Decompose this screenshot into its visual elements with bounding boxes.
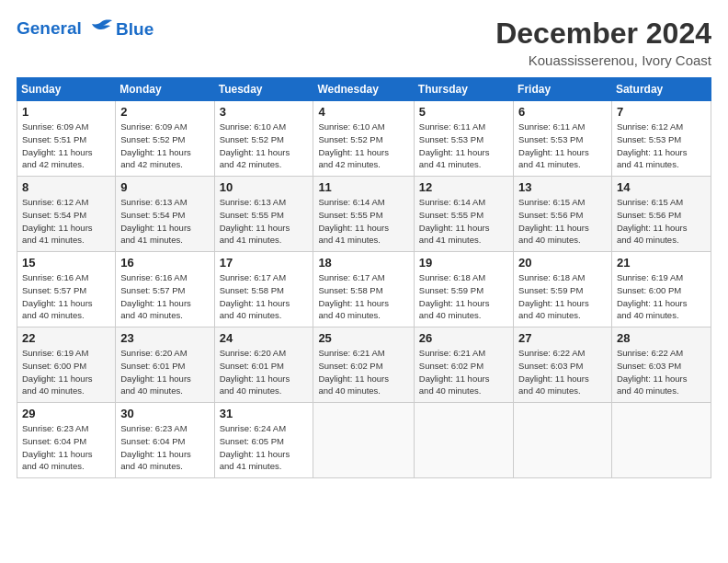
- day-info: Sunrise: 6:20 AM Sunset: 6:01 PM Dayligh…: [120, 347, 209, 397]
- day-info: Sunrise: 6:10 AM Sunset: 5:52 PM Dayligh…: [318, 121, 408, 171]
- day-number: 6: [518, 105, 607, 119]
- table-row: 13Sunrise: 6:15 AM Sunset: 5:56 PM Dayli…: [514, 177, 612, 252]
- table-row: 12Sunrise: 6:14 AM Sunset: 5:55 PM Dayli…: [414, 177, 513, 252]
- day-number: 22: [22, 331, 110, 345]
- day-number: 31: [220, 407, 309, 420]
- day-number: 3: [220, 105, 309, 119]
- col-wednesday: Wednesday: [313, 78, 414, 101]
- subtitle: Kouassisserenou, Ivory Coast: [495, 52, 711, 68]
- day-number: 14: [617, 180, 706, 194]
- title-block: December 2024 Kouassisserenou, Ivory Coa…: [495, 17, 711, 68]
- day-info: Sunrise: 6:12 AM Sunset: 5:53 PM Dayligh…: [617, 121, 706, 171]
- day-info: Sunrise: 6:23 AM Sunset: 6:04 PM Dayligh…: [22, 422, 110, 473]
- table-row: [414, 403, 513, 478]
- day-info: Sunrise: 6:18 AM Sunset: 5:59 PM Dayligh…: [518, 271, 607, 322]
- day-number: 29: [22, 407, 110, 420]
- table-row: 7Sunrise: 6:12 AM Sunset: 5:53 PM Daylig…: [611, 101, 711, 177]
- day-info: Sunrise: 6:11 AM Sunset: 5:53 PM Dayligh…: [518, 121, 607, 171]
- table-row: 18Sunrise: 6:17 AM Sunset: 5:58 PM Dayli…: [313, 252, 414, 327]
- day-info: Sunrise: 6:17 AM Sunset: 5:58 PM Dayligh…: [220, 271, 309, 322]
- table-row: 8Sunrise: 6:12 AM Sunset: 5:54 PM Daylig…: [17, 177, 116, 252]
- day-number: 13: [518, 180, 607, 194]
- day-number: 12: [419, 180, 508, 194]
- table-row: 21Sunrise: 6:19 AM Sunset: 6:00 PM Dayli…: [611, 252, 711, 327]
- day-info: Sunrise: 6:19 AM Sunset: 6:00 PM Dayligh…: [617, 271, 706, 322]
- table-row: 16Sunrise: 6:16 AM Sunset: 5:57 PM Dayli…: [116, 252, 214, 327]
- calendar-week-row: 8Sunrise: 6:12 AM Sunset: 5:54 PM Daylig…: [17, 177, 711, 252]
- main-title: December 2024: [495, 17, 711, 51]
- day-info: Sunrise: 6:15 AM Sunset: 5:56 PM Dayligh…: [617, 196, 706, 247]
- col-tuesday: Tuesday: [214, 78, 313, 101]
- day-info: Sunrise: 6:16 AM Sunset: 5:57 PM Dayligh…: [22, 271, 110, 322]
- table-row: 19Sunrise: 6:18 AM Sunset: 5:59 PM Dayli…: [414, 252, 513, 327]
- calendar-page: General Blue December 2024 Kouassisseren…: [0, 0, 728, 563]
- day-number: 15: [22, 256, 110, 270]
- day-number: 28: [617, 331, 706, 345]
- logo-general: General: [17, 18, 82, 38]
- day-number: 10: [220, 180, 309, 194]
- day-info: Sunrise: 6:10 AM Sunset: 5:52 PM Dayligh…: [220, 121, 309, 171]
- day-info: Sunrise: 6:13 AM Sunset: 5:55 PM Dayligh…: [220, 196, 309, 247]
- table-row: 9Sunrise: 6:13 AM Sunset: 5:54 PM Daylig…: [116, 177, 214, 252]
- day-number: 4: [318, 105, 408, 119]
- day-info: Sunrise: 6:20 AM Sunset: 6:01 PM Dayligh…: [220, 347, 309, 397]
- day-number: 21: [617, 256, 706, 270]
- table-row: 4Sunrise: 6:10 AM Sunset: 5:52 PM Daylig…: [313, 101, 414, 177]
- logo-blue: Blue: [116, 19, 154, 40]
- table-row: 3Sunrise: 6:10 AM Sunset: 5:52 PM Daylig…: [214, 101, 313, 177]
- day-info: Sunrise: 6:23 AM Sunset: 6:04 PM Dayligh…: [120, 422, 209, 473]
- calendar-header-row: Sunday Monday Tuesday Wednesday Thursday…: [17, 78, 711, 101]
- logo: General Blue: [17, 17, 154, 42]
- table-row: 10Sunrise: 6:13 AM Sunset: 5:55 PM Dayli…: [214, 177, 313, 252]
- day-info: Sunrise: 6:16 AM Sunset: 5:57 PM Dayligh…: [120, 271, 209, 322]
- header: General Blue December 2024 Kouassisseren…: [17, 17, 711, 68]
- table-row: 5Sunrise: 6:11 AM Sunset: 5:53 PM Daylig…: [414, 101, 513, 177]
- day-info: Sunrise: 6:09 AM Sunset: 5:52 PM Dayligh…: [120, 121, 209, 171]
- calendar-table: Sunday Monday Tuesday Wednesday Thursday…: [17, 77, 711, 478]
- day-number: 1: [22, 105, 110, 119]
- day-info: Sunrise: 6:14 AM Sunset: 5:55 PM Dayligh…: [318, 196, 408, 247]
- table-row: 20Sunrise: 6:18 AM Sunset: 5:59 PM Dayli…: [514, 252, 612, 327]
- table-row: 15Sunrise: 6:16 AM Sunset: 5:57 PM Dayli…: [17, 252, 116, 327]
- col-monday: Monday: [116, 78, 214, 101]
- table-row: 6Sunrise: 6:11 AM Sunset: 5:53 PM Daylig…: [514, 101, 612, 177]
- calendar-week-row: 1Sunrise: 6:09 AM Sunset: 5:51 PM Daylig…: [17, 101, 711, 177]
- day-number: 23: [120, 331, 209, 345]
- table-row: 11Sunrise: 6:14 AM Sunset: 5:55 PM Dayli…: [313, 177, 414, 252]
- day-number: 19: [419, 256, 508, 270]
- day-info: Sunrise: 6:24 AM Sunset: 6:05 PM Dayligh…: [220, 422, 309, 473]
- table-row: 23Sunrise: 6:20 AM Sunset: 6:01 PM Dayli…: [116, 327, 214, 403]
- day-info: Sunrise: 6:22 AM Sunset: 6:03 PM Dayligh…: [617, 347, 706, 397]
- day-info: Sunrise: 6:13 AM Sunset: 5:54 PM Dayligh…: [120, 196, 209, 247]
- day-number: 5: [419, 105, 508, 119]
- day-info: Sunrise: 6:22 AM Sunset: 6:03 PM Dayligh…: [518, 347, 607, 397]
- day-number: 24: [220, 331, 309, 345]
- day-info: Sunrise: 6:18 AM Sunset: 5:59 PM Dayligh…: [419, 271, 508, 322]
- table-row: [611, 403, 711, 478]
- table-row: 26Sunrise: 6:21 AM Sunset: 6:02 PM Dayli…: [414, 327, 513, 403]
- day-info: Sunrise: 6:12 AM Sunset: 5:54 PM Dayligh…: [22, 196, 110, 247]
- day-number: 30: [120, 407, 209, 420]
- table-row: 2Sunrise: 6:09 AM Sunset: 5:52 PM Daylig…: [116, 101, 214, 177]
- day-number: 11: [318, 180, 408, 194]
- day-number: 7: [617, 105, 706, 119]
- table-row: 24Sunrise: 6:20 AM Sunset: 6:01 PM Dayli…: [214, 327, 313, 403]
- day-number: 20: [518, 256, 607, 270]
- col-friday: Friday: [514, 78, 612, 101]
- day-number: 18: [318, 256, 408, 270]
- day-info: Sunrise: 6:11 AM Sunset: 5:53 PM Dayligh…: [419, 121, 508, 171]
- day-info: Sunrise: 6:14 AM Sunset: 5:55 PM Dayligh…: [419, 196, 508, 247]
- day-number: 16: [120, 256, 209, 270]
- logo-bird-icon: [88, 17, 114, 42]
- col-thursday: Thursday: [414, 78, 513, 101]
- col-sunday: Sunday: [17, 78, 116, 101]
- calendar-week-row: 15Sunrise: 6:16 AM Sunset: 5:57 PM Dayli…: [17, 252, 711, 327]
- table-row: 31Sunrise: 6:24 AM Sunset: 6:05 PM Dayli…: [214, 403, 313, 478]
- day-number: 17: [220, 256, 309, 270]
- table-row: 27Sunrise: 6:22 AM Sunset: 6:03 PM Dayli…: [514, 327, 612, 403]
- calendar-week-row: 22Sunrise: 6:19 AM Sunset: 6:00 PM Dayli…: [17, 327, 711, 403]
- day-info: Sunrise: 6:17 AM Sunset: 5:58 PM Dayligh…: [318, 271, 408, 322]
- day-info: Sunrise: 6:09 AM Sunset: 5:51 PM Dayligh…: [22, 121, 110, 171]
- table-row: [313, 403, 414, 478]
- day-number: 8: [22, 180, 110, 194]
